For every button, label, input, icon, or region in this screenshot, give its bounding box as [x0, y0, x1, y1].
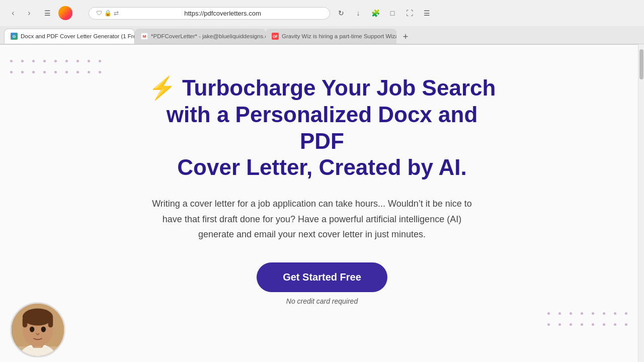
dot-pattern-top-left [10, 60, 108, 80]
svg-rect-6 [48, 317, 53, 327]
extensions-button[interactable]: 🧩 [368, 6, 382, 20]
download-button[interactable]: ↓ [351, 6, 365, 20]
get-started-button[interactable]: Get Started Free [257, 262, 387, 292]
hero-emoji: ⚡ [148, 75, 176, 100]
url-text: https://pdfcoverletters.com [123, 10, 323, 17]
tab-2[interactable]: M *PDFCoverLetter* - jake@blueliquiddesi… [135, 29, 266, 44]
tab-2-label: *PDFCoverLetter* - jake@blueliquiddesign… [151, 33, 266, 39]
cta-area: Get Started Free No credit card required [146, 262, 498, 305]
tab-3-label: Gravity Wiz is hiring a part-time Suppor… [282, 33, 396, 39]
svg-point-7 [30, 326, 34, 332]
new-tab-button[interactable]: + [398, 30, 413, 44]
shield-icon: 🛡 [96, 10, 102, 17]
reader-mode-button[interactable]: □ [385, 6, 399, 20]
nav-buttons: ‹ › [6, 6, 36, 20]
dot-pattern-bottom-right [547, 312, 634, 332]
avatar-svg [12, 302, 64, 357]
page-content: ⚡ Turbocharge Your Job Search with a Per… [0, 45, 644, 362]
tab-1-label: Docx and PDF Cover Letter Generator (1 F… [21, 33, 135, 39]
swap-icon: ⇄ [114, 10, 119, 17]
avatar [10, 302, 65, 357]
hero-title: ⚡ Turbocharge Your Job Search with a Per… [146, 75, 498, 181]
url-security-icons: 🛡 🔒 ⇄ [96, 10, 119, 17]
svg-rect-9 [12, 346, 64, 356]
tab-3-favicon: GF [272, 33, 279, 40]
browser-toolbar: ‹ › ☰ 🛡 🔒 ⇄ https://pdfcoverletters.com … [0, 0, 644, 26]
tab-1[interactable]: G Docx and PDF Cover Letter Generator (1… [4, 29, 135, 44]
menu-button[interactable]: ☰ [420, 6, 434, 20]
sidebar-toggle[interactable]: ☰ [40, 6, 54, 20]
svg-point-8 [41, 326, 46, 332]
back-button[interactable]: ‹ [6, 6, 20, 20]
tab-1-favicon: G [11, 33, 18, 40]
browser-right-icons: ↻ ↓ 🧩 □ ⛶ ☰ [334, 6, 434, 20]
lock-icon: 🔒 [104, 10, 112, 17]
scrollbar[interactable] [638, 44, 644, 362]
url-bar[interactable]: 🛡 🔒 ⇄ https://pdfcoverletters.com [89, 7, 330, 20]
hero-section: ⚡ Turbocharge Your Job Search with a Per… [146, 75, 498, 305]
tab-bar: G Docx and PDF Cover Letter Generator (1… [0, 26, 644, 44]
no-credit-card-text: No credit card required [286, 297, 358, 305]
tab-2-favicon: M [141, 33, 148, 40]
scrollbar-thumb[interactable] [639, 49, 643, 79]
browser-chrome: ‹ › ☰ 🛡 🔒 ⇄ https://pdfcoverletters.com … [0, 0, 644, 45]
fullscreen-button[interactable]: ⛶ [403, 6, 417, 20]
forward-button[interactable]: › [22, 6, 36, 20]
avatar-face [12, 304, 64, 356]
svg-rect-5 [23, 317, 27, 327]
hero-title-text: Turbocharge Your Job Search with a Perso… [167, 75, 496, 179]
browser-logo [58, 6, 72, 20]
refresh-button[interactable]: ↻ [334, 6, 348, 20]
hero-subtitle: Writing a cover letter for a job applica… [146, 196, 478, 242]
tab-3[interactable]: GF Gravity Wiz is hiring a part-time Sup… [266, 29, 396, 44]
